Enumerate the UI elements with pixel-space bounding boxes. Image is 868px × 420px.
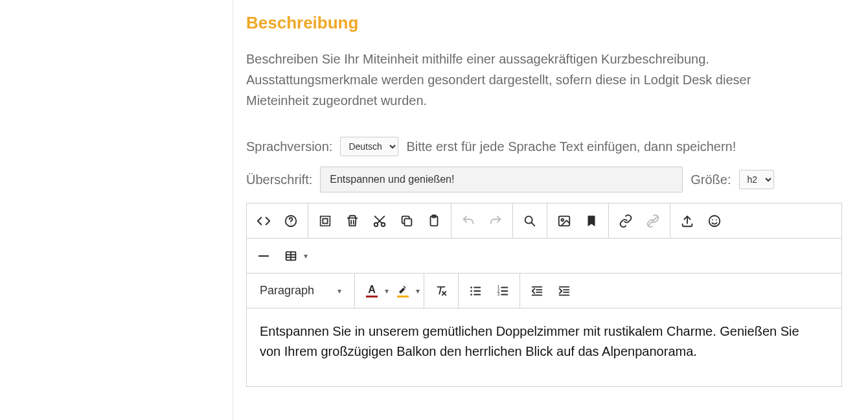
undo-button[interactable] [455,208,481,234]
upload-button[interactable] [674,208,700,234]
horizontal-rule-button[interactable] [251,243,277,269]
size-select[interactable]: h2 [739,170,774,189]
svg-point-19 [716,219,717,220]
search-button[interactable] [517,208,543,234]
size-label: Größe: [691,172,731,187]
chevron-down-icon: ▾ [337,286,341,296]
outdent-button[interactable] [524,278,550,304]
source-code-button[interactable] [251,208,277,234]
svg-point-18 [712,219,713,220]
toolbar-row-1 [247,204,841,239]
language-label: Sprachversion: [246,139,332,154]
emoji-button[interactable] [702,208,727,234]
svg-rect-2 [321,216,330,226]
clear-format-button[interactable] [428,278,454,304]
select-all-button[interactable] [312,208,338,234]
bullet-list-button[interactable] [463,278,488,304]
svg-point-17 [709,215,720,226]
language-row: Sprachversion: Deutsch Bitte erst für je… [246,137,842,156]
cut-button[interactable] [367,208,393,234]
chevron-down-icon[interactable]: ▾ [304,251,308,261]
numbered-list-button[interactable]: 123 [490,278,516,304]
section-title: Beschreibung [246,13,842,33]
heading-input[interactable] [320,167,683,192]
copy-button[interactable] [394,208,420,234]
svg-line-12 [531,222,534,226]
editor-content[interactable]: Entspannen Sie in unserem gemütlichen Do… [247,309,817,386]
chevron-down-icon[interactable]: ▾ [416,286,420,296]
help-button[interactable] [278,208,304,234]
svg-point-29 [470,294,472,296]
text-color-button[interactable]: A [359,278,385,304]
paste-button[interactable] [421,208,447,234]
heading-row: Überschrift: Größe: h2 [246,167,842,192]
svg-point-14 [561,218,564,221]
language-hint: Bitte erst für jede Sprache Text einfüge… [406,139,736,154]
svg-text:3: 3 [497,292,500,296]
indent-button[interactable] [551,278,577,304]
svg-point-1 [290,224,291,224]
paragraph-label: Paragraph [260,284,314,298]
rich-text-editor: ▾ Paragraph ▾ A [246,203,842,387]
bookmark-button[interactable] [578,208,604,234]
paragraph-select[interactable]: Paragraph ▾ [251,278,350,304]
section-description: Beschreiben Sie Ihr Miteinheit mithilfe … [246,49,816,111]
sidebar [0,0,233,420]
link-button[interactable] [613,208,639,234]
unlink-button[interactable] [640,208,666,234]
main-content: Beschreibung Beschreiben Sie Ihr Miteinh… [233,0,868,420]
language-select[interactable]: Deutsch [340,137,398,156]
svg-rect-3 [323,218,327,223]
toolbar-row-3: Paragraph ▾ A ▾ [247,274,841,309]
toolbar-row-2: ▾ [247,239,841,274]
chevron-down-icon[interactable]: ▾ [385,286,389,296]
image-button[interactable] [551,208,577,234]
delete-button[interactable] [339,208,365,234]
heading-label: Überschrift: [246,172,312,187]
svg-point-27 [470,286,472,288]
svg-rect-8 [404,218,411,226]
redo-button[interactable] [483,208,508,234]
highlight-color-button[interactable] [390,278,416,304]
table-button[interactable] [278,243,304,269]
svg-point-28 [470,290,472,292]
